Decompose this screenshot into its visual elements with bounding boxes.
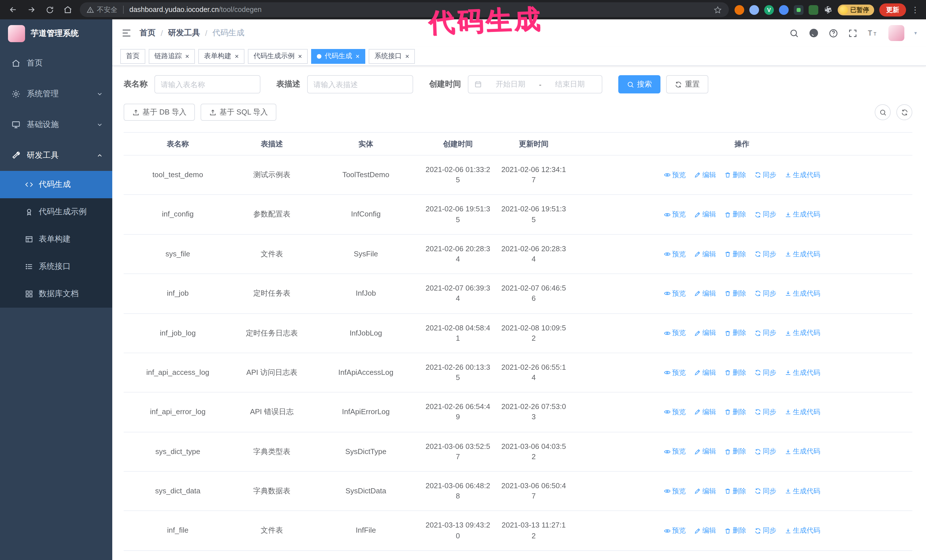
preview-link[interactable]: 预览 (664, 486, 686, 496)
search-button[interactable]: 搜索 (618, 75, 660, 94)
edit-link[interactable]: 编辑 (694, 368, 716, 377)
orange-extension-icon[interactable] (735, 5, 744, 15)
delete-link[interactable]: 删除 (724, 447, 746, 457)
generate-code-link[interactable]: 生成代码 (784, 210, 820, 219)
edit-link[interactable]: 编辑 (694, 447, 716, 457)
sync-link[interactable]: 同步 (754, 289, 776, 299)
preview-link[interactable]: 预览 (664, 249, 686, 259)
drop-extension-icon[interactable] (749, 5, 759, 15)
sync-link[interactable]: 同步 (754, 171, 776, 180)
generate-code-link[interactable]: 生成代码 (784, 486, 820, 496)
delete-link[interactable]: 删除 (724, 210, 746, 219)
refresh-icon[interactable] (896, 104, 912, 120)
tab-tracing[interactable]: 链路追踪× (149, 49, 195, 63)
users-extension-icon[interactable] (779, 5, 789, 15)
table-desc-input[interactable] (307, 75, 413, 94)
tab-home[interactable]: 首页 (120, 49, 145, 63)
close-icon[interactable]: × (185, 53, 189, 60)
font-size-icon[interactable]: TT (868, 28, 879, 38)
generate-code-link[interactable]: 生成代码 (784, 171, 820, 180)
caret-down-icon[interactable]: ▾ (914, 30, 917, 36)
table-name-input[interactable] (154, 75, 260, 94)
sync-link[interactable]: 同步 (754, 368, 776, 377)
close-icon[interactable]: × (405, 53, 409, 60)
import-sql-button[interactable]: 基于 SQL 导入 (201, 104, 277, 121)
edit-link[interactable]: 编辑 (694, 328, 716, 338)
sync-link[interactable]: 同步 (754, 408, 776, 417)
preview-link[interactable]: 预览 (664, 171, 686, 180)
delete-link[interactable]: 删除 (724, 249, 746, 259)
preview-link[interactable]: 预览 (664, 210, 686, 219)
close-icon[interactable]: × (298, 53, 302, 60)
search-icon[interactable] (790, 28, 799, 38)
tab-codegen[interactable]: 代码生成× (311, 49, 365, 63)
address-bar[interactable]: 不安全 dashboard.yudao.iocoder.cn/tool/code… (80, 2, 729, 17)
close-icon[interactable]: × (356, 53, 360, 60)
preview-link[interactable]: 预览 (664, 526, 686, 536)
hamburger-icon[interactable] (121, 28, 132, 38)
delete-link[interactable]: 删除 (724, 289, 746, 299)
dark-extension-icon[interactable] (794, 5, 803, 15)
delete-link[interactable]: 删除 (724, 526, 746, 536)
sidebar-item-codegen-example[interactable]: 代码生成示例 (0, 198, 112, 226)
fullscreen-icon[interactable] (848, 28, 858, 38)
extensions-puzzle-icon[interactable] (823, 5, 832, 14)
preview-link[interactable]: 预览 (664, 328, 686, 338)
generate-code-link[interactable]: 生成代码 (784, 526, 820, 536)
leaf-extension-icon[interactable] (809, 5, 818, 15)
menu-kebab-icon[interactable]: ⋮ (911, 5, 919, 14)
tab-system-api[interactable]: 系统接口× (369, 49, 415, 63)
sidebar-item-system[interactable]: 系统管理 (0, 78, 112, 109)
logo[interactable]: 芋道管理系统 (0, 20, 112, 48)
sync-link[interactable]: 同步 (754, 526, 776, 536)
edit-link[interactable]: 编辑 (694, 408, 716, 417)
v-extension-icon[interactable]: V (764, 5, 774, 15)
delete-link[interactable]: 删除 (724, 368, 746, 377)
close-icon[interactable]: × (235, 53, 239, 60)
edit-link[interactable]: 编辑 (694, 526, 716, 536)
github-icon[interactable] (809, 28, 819, 38)
import-db-button[interactable]: 基于 DB 导入 (124, 104, 195, 121)
delete-link[interactable]: 删除 (724, 408, 746, 417)
preview-link[interactable]: 预览 (664, 447, 686, 457)
generate-code-link[interactable]: 生成代码 (784, 328, 820, 338)
paused-extension-badge[interactable]: 已暂停 (838, 4, 874, 15)
reset-button[interactable]: 重置 (666, 75, 708, 94)
date-range-picker[interactable]: 开始日期 - 结束日期 (468, 75, 602, 94)
toggle-search-icon[interactable] (875, 104, 891, 120)
sync-link[interactable]: 同步 (754, 210, 776, 219)
delete-link[interactable]: 删除 (724, 328, 746, 338)
delete-link[interactable]: 删除 (724, 171, 746, 180)
sync-link[interactable]: 同步 (754, 486, 776, 496)
tab-codegen-example[interactable]: 代码生成示例× (248, 49, 308, 63)
generate-code-link[interactable]: 生成代码 (784, 408, 820, 417)
sidebar-item-db-docs[interactable]: 数据库文档 (0, 280, 112, 308)
generate-code-link[interactable]: 生成代码 (784, 368, 820, 377)
home-icon[interactable] (62, 3, 74, 16)
preview-link[interactable]: 预览 (664, 368, 686, 377)
sidebar-item-home[interactable]: 首页 (0, 48, 112, 78)
breadcrumb-devtools[interactable]: 研发工具 (168, 28, 200, 38)
sidebar-item-form-builder[interactable]: 表单构建 (0, 226, 112, 253)
preview-link[interactable]: 预览 (664, 289, 686, 299)
edit-link[interactable]: 编辑 (694, 210, 716, 219)
edit-link[interactable]: 编辑 (694, 171, 716, 180)
generate-code-link[interactable]: 生成代码 (784, 249, 820, 259)
avatar[interactable] (889, 25, 905, 41)
sidebar-item-infra[interactable]: 基础设施 (0, 109, 112, 140)
sidebar-item-codegen[interactable]: 代码生成 (0, 171, 112, 198)
tab-form-builder[interactable]: 表单构建× (198, 49, 244, 63)
edit-link[interactable]: 编辑 (694, 249, 716, 259)
back-icon[interactable] (7, 3, 20, 16)
sync-link[interactable]: 同步 (754, 249, 776, 259)
sync-link[interactable]: 同步 (754, 328, 776, 338)
edit-link[interactable]: 编辑 (694, 289, 716, 299)
breadcrumb-home[interactable]: 首页 (139, 28, 156, 38)
generate-code-link[interactable]: 生成代码 (784, 447, 820, 457)
help-icon[interactable] (829, 28, 838, 38)
reload-icon[interactable] (43, 3, 56, 16)
sidebar-item-devtools[interactable]: 研发工具 (0, 140, 112, 171)
sync-link[interactable]: 同步 (754, 447, 776, 457)
preview-link[interactable]: 预览 (664, 408, 686, 417)
delete-link[interactable]: 删除 (724, 486, 746, 496)
